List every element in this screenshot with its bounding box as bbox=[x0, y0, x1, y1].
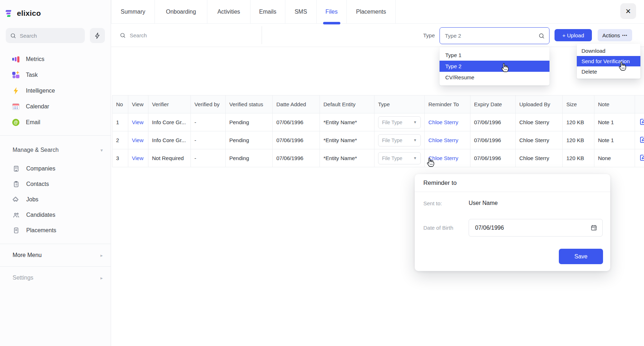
sidebar-item-label: Contacts bbox=[26, 181, 49, 187]
sidebar-item-email[interactable]: @ Email bbox=[0, 114, 111, 130]
actions-button[interactable]: Actions ••• bbox=[598, 29, 632, 41]
col-header-expiry-date: Expiry Date bbox=[470, 95, 516, 113]
logo-icon bbox=[6, 9, 14, 17]
table-search-input[interactable] bbox=[130, 32, 216, 38]
sidebar-item-label: Candidates bbox=[26, 212, 55, 218]
cell-verified-status: Pending bbox=[226, 131, 273, 149]
chevron-right-icon: ▸ bbox=[100, 275, 103, 281]
cell-uploaded-by: Chloe Sterry bbox=[516, 149, 563, 167]
save-button[interactable]: Save bbox=[559, 249, 603, 264]
sidebar-item-label: Metrics bbox=[26, 56, 45, 62]
select-placeholder: File Type bbox=[382, 120, 402, 125]
task-icon: + bbox=[12, 71, 20, 79]
main-content: Summary Onboarding Activities Emails SMS… bbox=[111, 0, 644, 346]
ellipsis-icon: ••• bbox=[622, 33, 627, 37]
type-option-1[interactable]: Type 1 bbox=[440, 50, 549, 61]
edit-icon[interactable] bbox=[639, 118, 644, 126]
sidebar-item-label: Task bbox=[26, 72, 38, 78]
tab-sms[interactable]: SMS bbox=[285, 0, 317, 23]
file-type-select[interactable]: File Type▼ bbox=[378, 116, 421, 128]
cell-size: 120 KB bbox=[563, 149, 594, 167]
logo-text: elixico bbox=[17, 9, 41, 18]
table-row: 2 View Info Core Gr... - Pending 07/06/1… bbox=[112, 131, 644, 149]
cell-default-entity: *Entity Name* bbox=[320, 131, 374, 149]
tab-activities[interactable]: Activities bbox=[207, 0, 250, 23]
edit-icon[interactable] bbox=[639, 154, 644, 162]
view-link[interactable]: View bbox=[132, 155, 143, 161]
actions-label: Actions bbox=[602, 32, 620, 38]
tab-label: Summary bbox=[121, 9, 145, 15]
cell-default-entity: *Entity Name* bbox=[320, 149, 374, 167]
calendar-picker-icon[interactable] bbox=[590, 224, 597, 231]
sidebar-item-intelligence[interactable]: Intelligence bbox=[0, 83, 111, 99]
sidebar-item-settings[interactable]: Settings ▸ bbox=[0, 267, 111, 289]
type-option-2[interactable]: Type 2 bbox=[440, 61, 549, 72]
sidebar-item-companies[interactable]: Companies bbox=[0, 161, 111, 176]
sidebar-item-candidates[interactable]: Candidates bbox=[0, 207, 111, 223]
col-header-date-added: Datte Added bbox=[273, 95, 320, 113]
reminder-to-link[interactable]: Chloe Sterry bbox=[428, 119, 458, 125]
sidebar-item-metrics[interactable]: Metrics bbox=[0, 51, 111, 67]
col-header-verified-status: Verified status bbox=[226, 95, 273, 113]
close-icon: ✕ bbox=[625, 7, 631, 15]
select-placeholder: File Type bbox=[382, 155, 402, 161]
reminder-to-link[interactable]: Chloe Sterry bbox=[428, 137, 458, 143]
cell-verifier: Info Core Gr... bbox=[148, 113, 191, 131]
divider bbox=[262, 26, 262, 44]
table-search[interactable] bbox=[120, 24, 216, 47]
reminder-to-link[interactable]: Chloe Sterry bbox=[428, 155, 458, 161]
tab-label: Emails bbox=[259, 9, 276, 15]
table-row: 3 View Not Required - Pending 07/06/1996… bbox=[112, 149, 644, 167]
tab-placements[interactable]: Placements bbox=[347, 0, 396, 23]
action-send-for-verification[interactable]: Send for Verification bbox=[577, 56, 640, 66]
file-type-select[interactable]: File Type▼ bbox=[378, 134, 421, 146]
dob-field[interactable] bbox=[469, 219, 603, 237]
col-header-uploaded-by: Uploaded By bbox=[516, 95, 563, 113]
close-button[interactable]: ✕ bbox=[620, 3, 636, 19]
type-filter-input[interactable] bbox=[445, 33, 535, 39]
sidebar-subnav: Companies Contacts Jobs Candidates Place… bbox=[0, 161, 111, 238]
view-link[interactable]: View bbox=[132, 137, 143, 143]
tab-emails[interactable]: Emails bbox=[250, 0, 285, 23]
search-icon bbox=[10, 33, 16, 39]
action-delete[interactable]: Delete bbox=[577, 66, 640, 77]
sent-to-label: Sent to: bbox=[423, 200, 469, 206]
tab-onboarding[interactable]: Onboarding bbox=[155, 0, 207, 23]
col-header-reminder-to: Reminder To bbox=[425, 95, 470, 113]
sidebar-search[interactable] bbox=[6, 28, 85, 43]
cell-verified-by: - bbox=[191, 113, 226, 131]
sidebar-item-calendar[interactable]: Calendar bbox=[0, 99, 111, 114]
sidebar-item-placements[interactable]: Placements bbox=[0, 223, 111, 238]
cell-verified-by: - bbox=[191, 131, 226, 149]
sidebar-search-input[interactable] bbox=[20, 33, 80, 39]
sidebar-item-task[interactable]: + Task bbox=[0, 67, 111, 83]
caret-down-icon: ▼ bbox=[413, 138, 417, 142]
dob-input[interactable] bbox=[475, 225, 590, 231]
view-link[interactable]: View bbox=[132, 119, 143, 125]
upload-button[interactable]: + Upload bbox=[555, 29, 592, 41]
placements-icon bbox=[12, 226, 20, 234]
filter-bar: Type + Upload Actions ••• bbox=[111, 24, 644, 47]
cell-expiry-date: 07/06/1996 bbox=[470, 149, 516, 167]
sidebar-item-jobs[interactable]: Jobs bbox=[0, 192, 111, 207]
cell-note: Note 1 bbox=[594, 131, 635, 149]
dob-label: Date of Birth bbox=[423, 225, 469, 231]
quick-actions-button[interactable] bbox=[90, 28, 105, 43]
table-row: 1 View Info Core Gr... - Pending 07/06/1… bbox=[112, 113, 644, 131]
tab-summary[interactable]: Summary bbox=[111, 0, 155, 23]
sidebar-section-manage-search[interactable]: Manage & Search ▾ bbox=[0, 142, 111, 158]
sidebar-item-more-menu[interactable]: More Menu ▸ bbox=[0, 244, 111, 266]
col-header-no: No bbox=[112, 95, 128, 113]
action-download[interactable]: Download bbox=[577, 46, 640, 56]
type-dropdown-menu: Type 1 Type 2 CV/Resume bbox=[440, 47, 549, 85]
tab-files[interactable]: Files bbox=[317, 0, 347, 23]
col-header-type: Type bbox=[374, 95, 425, 113]
cell-date-added: 07/06/1996 bbox=[273, 149, 320, 167]
candidates-icon bbox=[12, 211, 20, 219]
file-type-select[interactable]: File Type▼ bbox=[378, 152, 421, 164]
sidebar-item-contacts[interactable]: Contacts bbox=[0, 176, 111, 192]
type-filter-combobox[interactable] bbox=[440, 27, 549, 44]
type-option-cv-resume[interactable]: CV/Resume bbox=[440, 72, 549, 83]
edit-icon[interactable] bbox=[639, 136, 644, 144]
cell-no: 2 bbox=[112, 131, 128, 149]
